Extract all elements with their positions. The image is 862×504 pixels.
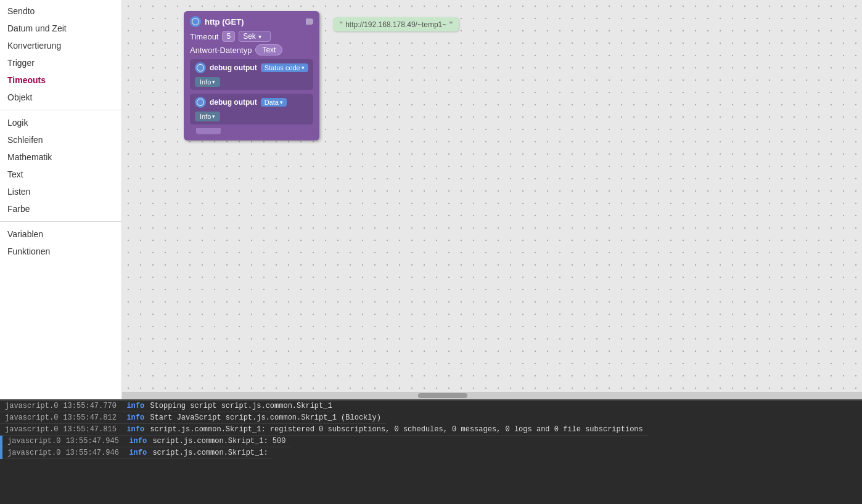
bottom-connector-tab — [196, 128, 221, 134]
log-source-4: javascript.0 — [7, 449, 60, 457]
http-block-body: http (GET) Timeout 5 Sek Antwort-Datenty… — [184, 11, 319, 140]
sidebar-item-funktionen[interactable]: Funktionen — [0, 243, 121, 260]
response-label: Antwort-Datentyp — [190, 46, 252, 55]
log-level-1: info — [126, 413, 145, 422]
debug-block-1: debug output Status code Info — [190, 59, 313, 90]
bottom-connector-row — [190, 128, 313, 134]
sidebar-item-trigger[interactable]: Trigger — [0, 54, 121, 71]
timeout-unit-dropdown[interactable]: Sek — [239, 31, 271, 42]
canvas-scrollbar-thumb[interactable] — [418, 393, 467, 398]
sidebar-item-logik[interactable]: Logik — [0, 114, 121, 131]
sidebar-item-konvertierung[interactable]: Konvertierung — [0, 37, 121, 54]
log-message-2: script.js.common.Skript_1: registered 0 … — [150, 425, 642, 434]
log-time-1: 13:55:47.812 — [63, 413, 121, 422]
sidebar-divider-1 — [0, 110, 121, 110]
response-row: Antwort-Datentyp Text — [190, 44, 313, 55]
log-source-2: javascript.0 — [5, 425, 58, 434]
log-entry-4: javascript.0 13:55:47.946 info script.js… — [2, 447, 273, 459]
log-level-0: info — [126, 402, 145, 410]
log-entry-wrapper-0: javascript.0 13:55:47.770 info Stopping … — [0, 400, 862, 412]
debug-block-2: debug output Data Info — [190, 94, 313, 124]
log-level-2: info — [126, 425, 145, 434]
debug-block-2-header: debug output Data — [195, 97, 308, 108]
response-type-dropdown[interactable]: Text — [255, 44, 282, 55]
debug-globe-icon-2 — [195, 97, 206, 108]
debug-block-1-header: debug output Status code — [195, 62, 308, 73]
canvas-scrollbar[interactable] — [122, 392, 862, 399]
sidebar-item-farbe[interactable]: Farbe — [0, 200, 121, 217]
sidebar-item-objekt[interactable]: Objekt — [0, 89, 121, 106]
log-time-3: 13:55:47.945 — [65, 437, 124, 445]
log-message-0: Stopping script script.js.common.Skript_… — [150, 402, 332, 410]
log-entry-wrapper-3: javascript.0 13:55:47.945 info script.js… — [0, 436, 862, 447]
log-entry-wrapper-2: javascript.0 13:55:47.815 info script.js… — [0, 424, 862, 436]
url-block: " http://192.168.178.49/~temp1~ " — [333, 17, 459, 31]
log-entry-wrapper-4: javascript.0 13:55:47.946 info script.js… — [0, 447, 862, 459]
quote-close: " — [449, 20, 453, 29]
info-dropdown-2[interactable]: Info — [195, 112, 220, 121]
sidebar-item-mathematik[interactable]: Mathematik — [0, 148, 121, 166]
log-panel: javascript.0 13:55:47.770 info Stopping … — [0, 399, 862, 504]
http-get-block: http (GET) Timeout 5 Sek Antwort-Datenty… — [184, 11, 319, 140]
log-message-4: script.js.common.Skript_1: — [152, 449, 268, 457]
debug-label-2: debug output — [210, 98, 257, 107]
status-code-dropdown[interactable]: Status code — [261, 63, 308, 72]
sidebar-item-text[interactable]: Text — [0, 166, 121, 183]
log-entry-wrapper-1: javascript.0 13:55:47.812 info Start Jav… — [0, 412, 862, 424]
data-dropdown[interactable]: Data — [261, 98, 287, 107]
url-value: http://192.168.178.49/~temp1~ — [345, 20, 446, 29]
log-entry-0: javascript.0 13:55:47.770 info Stopping … — [0, 400, 337, 412]
timeout-row: Timeout 5 Sek — [190, 31, 313, 42]
sidebar-item-datum[interactable]: Datum und Zeit — [0, 20, 121, 37]
log-message-3: script.js.common.Skript_1: 500 — [152, 437, 285, 445]
sidebar-item-schleifen[interactable]: Schleifen — [0, 131, 121, 148]
sidebar: Sendto Datum und Zeit Konvertierung Trig… — [0, 0, 122, 399]
log-time-4: 13:55:47.946 — [65, 449, 124, 457]
log-source-1: javascript.0 — [5, 413, 58, 422]
log-time-2: 13:55:47.815 — [63, 425, 121, 434]
globe-icon — [190, 16, 201, 27]
log-entry-3: javascript.0 13:55:47.945 info script.js… — [2, 436, 290, 447]
log-time-0: 13:55:47.770 — [63, 402, 121, 410]
http-block-header: http (GET) — [190, 16, 313, 27]
sidebar-item-timeouts[interactable]: Timeouts — [0, 71, 121, 89]
debug-globe-icon-1 — [195, 62, 206, 73]
log-message-1: Start JavaScript script.js.common.Skript… — [150, 413, 380, 422]
quote-open: " — [339, 20, 343, 29]
log-source-0: javascript.0 — [5, 402, 58, 410]
timeout-value[interactable]: 5 — [222, 31, 235, 42]
sidebar-item-variablen[interactable]: Variablen — [0, 226, 121, 243]
log-entry-2: javascript.0 13:55:47.815 info script.js… — [0, 424, 648, 436]
sidebar-item-listen[interactable]: Listen — [0, 183, 121, 200]
block-right-nub — [306, 18, 313, 25]
info-dropdown-1[interactable]: Info — [195, 77, 220, 87]
canvas-area: " http://192.168.178.49/~temp1~ " http (… — [122, 0, 862, 399]
sidebar-item-sendto[interactable]: Sendto — [0, 2, 121, 20]
debug-label-1: debug output — [210, 63, 257, 72]
log-level-3: info — [129, 437, 147, 445]
http-block-title: http (GET) — [205, 17, 244, 26]
log-entry-1: javascript.0 13:55:47.812 info Start Jav… — [0, 412, 386, 424]
sidebar-divider-2 — [0, 221, 121, 222]
log-level-4: info — [129, 449, 147, 457]
log-source-3: javascript.0 — [7, 437, 60, 445]
timeout-label: Timeout — [190, 32, 218, 41]
